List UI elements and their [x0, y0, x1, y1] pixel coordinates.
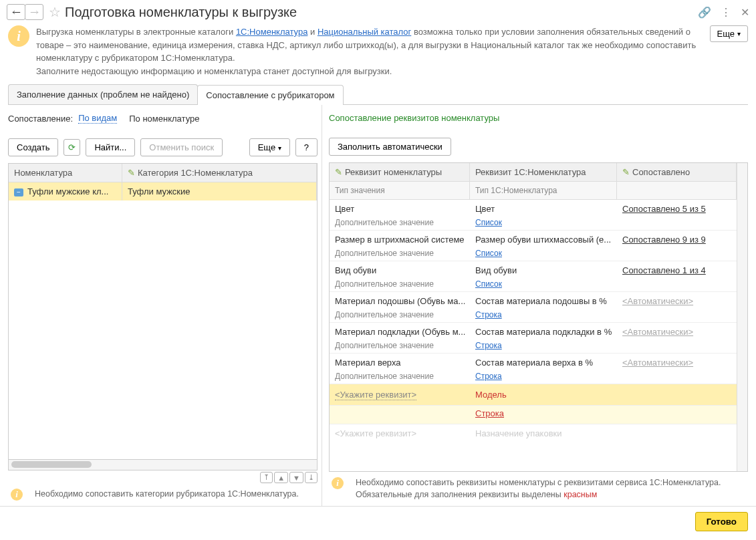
type-link[interactable]: Строка — [475, 310, 622, 319]
req-row-sub: Строка — [330, 406, 737, 424]
req-row[interactable]: Материал подошвы (Обувь ма...Дополнитель… — [330, 292, 737, 323]
back-button[interactable]: 🡐 — [7, 4, 25, 20]
create-button[interactable]: Создать — [8, 138, 58, 156]
sort-bottom-button[interactable]: ⤓ — [305, 472, 318, 483]
rekv1c-name: Состав материала верха в % — [475, 358, 622, 368]
info-icon-small: i — [332, 477, 344, 489]
more-button-left[interactable]: Еще ▾ — [249, 138, 290, 156]
rekv-subtype: Дополнительное значение — [335, 341, 475, 350]
col-nomenclature[interactable]: Номенклатура — [9, 164, 122, 182]
req-row[interactable]: Размер в штрихмасной системеДополнительн… — [330, 231, 737, 261]
category-cell: Туфли мужские — [122, 182, 317, 200]
sopostavleno-link[interactable]: Сопоставлено 9 из 9 — [622, 235, 706, 245]
col-category[interactable]: ✎Категория 1С:Номенклатура — [122, 164, 317, 182]
type-link[interactable]: Список — [475, 279, 622, 289]
forward-button[interactable]: 🡒 — [25, 4, 43, 20]
sort-up-button[interactable]: ▲ — [274, 472, 288, 483]
model-label: Модель — [470, 384, 617, 405]
link-national-catalog[interactable]: Национальный каталог — [318, 27, 411, 37]
rekv-subtype: Дополнительное значение — [335, 249, 475, 258]
sopostavleno-link[interactable]: Сопоставлено 1 из 4 — [622, 265, 706, 275]
req-row[interactable]: Материал подкладки (Обувь м...Дополнител… — [330, 323, 737, 354]
tab-match-rubricator[interactable]: Сопоставление с рубрикатором — [197, 85, 343, 105]
collapse-icon[interactable]: − — [14, 188, 23, 196]
req-row[interactable]: Материал верхаДополнительное значениеСос… — [330, 354, 737, 384]
col-type-value: Тип значения — [330, 182, 470, 199]
col-sopostavleno[interactable]: ✎Сопоставлено — [617, 163, 737, 181]
right-footer-text: Необходимо сопоставить реквизиты номенкл… — [356, 477, 745, 501]
pencil-icon: ✎ — [335, 167, 342, 177]
info-icon-small: i — [11, 489, 23, 501]
rekv-subtype: Дополнительное значение — [335, 279, 475, 289]
rekv-subtype: Дополнительное значение — [335, 218, 475, 227]
rekv-subtype: Дополнительное значение — [335, 372, 475, 381]
req-row-selected[interactable]: <Укажите реквизит> Модель — [330, 384, 737, 406]
rekv1c-name: Цвет — [475, 204, 622, 214]
cancel-search-button: Отменить поиск — [140, 138, 223, 156]
pencil-icon: ✎ — [622, 167, 630, 177]
vertical-scrollbar[interactable] — [737, 163, 747, 471]
right-heading: Сопоставление реквизитов номенклатуры — [329, 105, 748, 130]
req-row[interactable]: ЦветДополнительное значениеЦветСписокСоп… — [330, 200, 737, 231]
close-icon[interactable]: ✕ — [741, 6, 749, 19]
rekv1c-name: Вид обуви — [475, 265, 622, 275]
left-footer-text: Необходимо сопоставить категории рубрика… — [35, 489, 299, 501]
link-icon[interactable]: 🔗 — [698, 6, 711, 19]
col-rekv-nomen[interactable]: ✎Реквизит номенклатуры — [330, 163, 470, 181]
favorite-icon[interactable]: ☆ — [49, 4, 61, 20]
sopostavleno-link[interactable]: <Автоматически> — [622, 358, 693, 368]
page-title: Подготовка номенклатуры к выгрузке — [65, 5, 698, 20]
col-type-1c: Тип 1С:Номенклатура — [470, 182, 617, 199]
type-link[interactable]: Список — [475, 249, 622, 258]
type-link[interactable]: Строка — [475, 341, 622, 350]
kebab-menu-icon[interactable]: ⋮ — [721, 6, 731, 19]
refresh-button[interactable]: ⟳ — [64, 139, 80, 156]
sopostavleno-link[interactable]: <Автоматически> — [622, 327, 693, 337]
req-row-partial[interactable]: <Укажите реквизит> Назначение упаковки — [330, 424, 737, 438]
fill-auto-button[interactable]: Заполнить автоматически — [329, 138, 451, 156]
horizontal-scrollbar[interactable] — [8, 460, 318, 470]
rekv-name: Вид обуви — [335, 265, 475, 275]
nomen-cell: Туфли мужские кл... — [27, 186, 108, 196]
sopostavleno-link[interactable]: <Автоматически> — [622, 296, 693, 306]
rekv-name: Размер в штрихмасной системе — [335, 235, 475, 245]
done-button[interactable]: Готово — [695, 512, 748, 531]
rekv-name: Материал подошвы (Обувь ма... — [335, 296, 475, 306]
type-link[interactable]: Список — [475, 218, 622, 227]
more-button-top[interactable]: Еще ▾ — [710, 25, 748, 42]
rekv1c-name: Состав материала подкладки в % — [475, 327, 622, 337]
rekv-subtype: Дополнительное значение — [335, 310, 475, 319]
col-rekv-1c[interactable]: Реквизит 1С:Номенклатура — [470, 163, 617, 181]
help-button[interactable]: ? — [295, 138, 318, 156]
by-kinds-link[interactable]: По видам — [78, 113, 117, 124]
tab-fill-data[interactable]: Заполнение данных (проблем не найдено) — [8, 84, 198, 104]
specify-rekvizit[interactable]: <Укажите реквизит> — [335, 390, 416, 400]
pencil-icon: ✎ — [128, 168, 135, 178]
type-link[interactable]: Строка — [475, 372, 622, 381]
by-nomenclature-label[interactable]: По номенклатуре — [129, 114, 199, 124]
info-text: Выгрузка номенклатуры в электронные ката… — [36, 25, 703, 78]
sopostavleno-link[interactable]: Сопоставлено 5 из 5 — [622, 204, 706, 214]
info-icon: i — [8, 25, 29, 47]
sort-down-button[interactable]: ▼ — [289, 472, 303, 483]
req-row[interactable]: Вид обувиДополнительное значениеВид обув… — [330, 261, 737, 292]
rekv-name: Материал подкладки (Обувь м... — [335, 327, 475, 337]
rekv1c-name: Размер обуви штихмассовый (е... — [475, 235, 622, 245]
table-row[interactable]: −Туфли мужские кл... Туфли мужские — [9, 182, 317, 200]
rekv1c-name: Состав материала подошвы в % — [475, 296, 622, 306]
link-1c-nomen[interactable]: 1С:Номенклатура — [236, 27, 307, 37]
rekv-name: Цвет — [335, 204, 475, 214]
rekv-name: Материал верха — [335, 358, 475, 368]
find-button[interactable]: Найти... — [86, 138, 135, 156]
string-link-red[interactable]: Строка — [475, 408, 504, 418]
sort-top-button[interactable]: ⤒ — [260, 472, 273, 483]
compare-label: Сопоставление: — [8, 114, 73, 124]
